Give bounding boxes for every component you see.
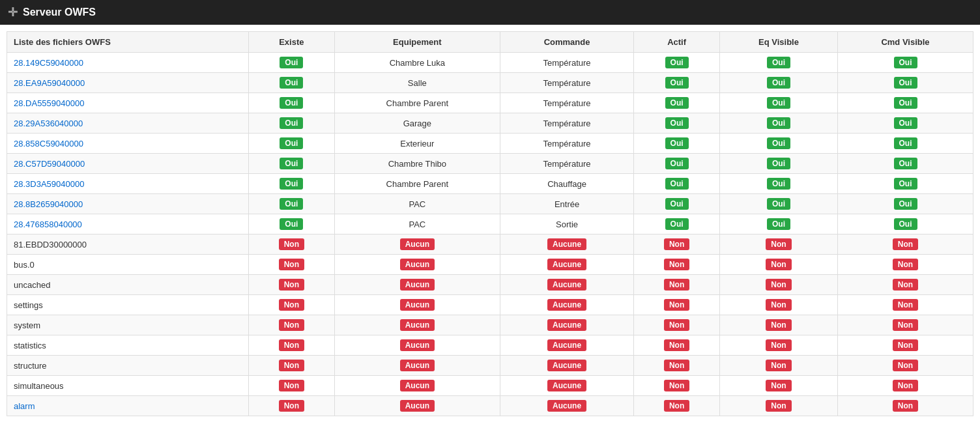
cell-existe: Non	[248, 396, 334, 416]
cell-equipement: Aucun	[334, 356, 500, 376]
file-link[interactable]: 28.476858040000	[14, 220, 82, 229]
file-link[interactable]: 28.C57D59040000	[14, 159, 85, 169]
cell-eq_visible: Oui	[719, 194, 837, 214]
badge-actif: Non	[664, 299, 689, 311]
badge-actif: Non	[664, 238, 689, 250]
cell-existe: Non	[248, 376, 334, 396]
cell-existe: Non	[248, 356, 334, 376]
cell-equipement: Aucun	[334, 335, 500, 356]
badge-equipement: Aucun	[400, 299, 435, 311]
file-link[interactable]: 28.29A536040000	[14, 119, 83, 128]
cell-eq_visible: Non	[719, 335, 837, 356]
cell-name[interactable]: 28.29A536040000	[7, 113, 249, 134]
badge-commande: Aucune	[547, 319, 586, 331]
cell-actif: Non	[634, 396, 720, 416]
cell-commande: Température	[500, 93, 633, 113]
cell-existe: Oui	[248, 73, 334, 93]
cell-actif: Non	[634, 295, 720, 315]
badge-cmd_visible: Oui	[894, 117, 917, 129]
badge-eq_visible: Oui	[767, 178, 790, 190]
cell-equipement: Aucun	[334, 376, 500, 396]
badge-eq_visible: Non	[766, 400, 791, 412]
cell-commande: Aucune	[500, 335, 633, 356]
badge-actif: Non	[664, 339, 689, 351]
cell-name[interactable]: 28.3D3A59040000	[7, 174, 249, 194]
cell-name[interactable]: 28.8B2659040000	[7, 194, 249, 214]
cell-cmd_visible: Oui	[838, 214, 973, 234]
badge-cmd_visible: Non	[893, 299, 918, 311]
badge-existe: Non	[279, 380, 304, 391]
col-eq-visible: Eq Visible	[719, 32, 837, 53]
badge-actif: Oui	[665, 218, 689, 230]
cell-equipement: Chambre Luka	[334, 53, 500, 73]
badge-actif: Oui	[665, 77, 689, 89]
cell-cmd_visible: Oui	[838, 194, 973, 214]
cell-actif: Non	[634, 356, 720, 376]
header: ✛ Serveur OWFS	[0, 0, 980, 25]
cell-eq_visible: Non	[719, 295, 837, 315]
badge-commande: Aucune	[547, 380, 586, 391]
badge-existe: Non	[279, 299, 304, 311]
badge-existe: Non	[279, 259, 304, 270]
cell-commande: Aucune	[500, 255, 633, 275]
cell-cmd_visible: Non	[838, 335, 973, 356]
cell-name: settings	[7, 295, 249, 315]
cell-cmd_visible: Non	[838, 396, 973, 416]
badge-actif: Non	[664, 360, 689, 371]
badge-actif: Oui	[665, 117, 689, 129]
cell-actif: Non	[634, 315, 720, 335]
cell-eq_visible: Oui	[719, 174, 837, 194]
file-link[interactable]: alarm	[14, 401, 35, 411]
badge-cmd_visible: Oui	[894, 97, 917, 109]
table-body: 28.149C59040000OuiChambre LukaTempératur…	[7, 53, 973, 416]
badge-actif: Oui	[665, 198, 689, 210]
badge-existe: Oui	[280, 137, 303, 149]
cell-cmd_visible: Oui	[838, 134, 973, 154]
cell-equipement: PAC	[334, 214, 500, 234]
cell-cmd_visible: Oui	[838, 154, 973, 174]
cell-actif: Non	[634, 275, 720, 295]
badge-equipement: Aucun	[400, 400, 435, 412]
badge-cmd_visible: Non	[893, 400, 918, 412]
cell-existe: Non	[248, 335, 334, 356]
cell-eq_visible: Oui	[719, 53, 837, 73]
badge-cmd_visible: Oui	[894, 137, 917, 149]
badge-existe: Oui	[280, 117, 303, 129]
cell-name[interactable]: 28.DA5559040000	[7, 93, 249, 113]
cell-existe: Oui	[248, 154, 334, 174]
badge-existe: Oui	[280, 97, 303, 109]
file-link[interactable]: 28.149C59040000	[14, 58, 83, 68]
cell-cmd_visible: Oui	[838, 93, 973, 113]
owfs-table: Liste des fichiers OWFS Existe Equipemen…	[7, 31, 973, 416]
file-link[interactable]: 28.DA5559040000	[14, 98, 84, 108]
badge-cmd_visible: Oui	[894, 198, 917, 210]
badge-equipement: Aucun	[400, 380, 435, 391]
badge-cmd_visible: Oui	[894, 77, 917, 89]
cell-name[interactable]: 28.EA9A59040000	[7, 73, 249, 93]
badge-existe: Non	[279, 339, 304, 351]
badge-existe: Oui	[280, 57, 303, 68]
badge-eq_visible: Oui	[767, 198, 790, 210]
file-link[interactable]: 28.8B2659040000	[14, 199, 83, 209]
file-link[interactable]: 28.3D3A59040000	[14, 179, 84, 189]
cell-name[interactable]: 28.C57D59040000	[7, 154, 249, 174]
file-link[interactable]: 28.EA9A59040000	[14, 78, 85, 88]
col-actif: Actif	[634, 32, 720, 53]
badge-existe: Oui	[280, 158, 303, 169]
cell-actif: Non	[634, 255, 720, 275]
file-link[interactable]: 28.858C59040000	[14, 139, 83, 149]
cell-cmd_visible: Non	[838, 315, 973, 335]
cell-name[interactable]: 28.858C59040000	[7, 134, 249, 154]
cell-existe: Non	[248, 234, 334, 255]
table-row: 28.149C59040000OuiChambre LukaTempératur…	[7, 53, 973, 73]
cell-equipement: Salle	[334, 73, 500, 93]
cell-eq_visible: Oui	[719, 134, 837, 154]
cell-name[interactable]: 28.149C59040000	[7, 53, 249, 73]
cell-name[interactable]: 28.476858040000	[7, 214, 249, 234]
badge-cmd_visible: Non	[893, 339, 918, 351]
badge-actif: Non	[664, 279, 689, 291]
badge-existe: Non	[279, 400, 304, 412]
cell-name[interactable]: alarm	[7, 396, 249, 416]
cell-cmd_visible: Oui	[838, 113, 973, 134]
cell-eq_visible: Non	[719, 315, 837, 335]
